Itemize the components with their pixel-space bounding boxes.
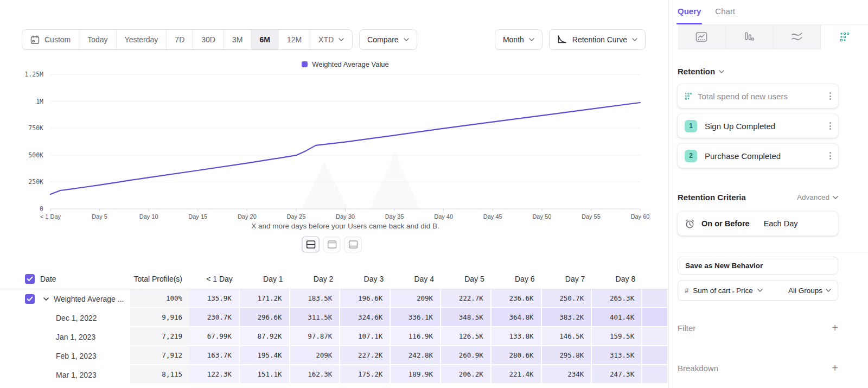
column-header--1-day: < 1 Day [189,269,240,289]
retention-section-header[interactable]: Retention [678,67,838,76]
value-cell-day-5: 222.7K [441,289,492,308]
insights-report-icon[interactable] [678,25,726,49]
date-range-xtd[interactable]: XTD [310,30,352,49]
criteria-condition-label: On or Before [701,219,750,228]
table-row[interactable]: Dec 1, 20229,916230.7K296.6K311.5K324.6K… [0,308,668,327]
behavior-card[interactable]: Total spend of new users [678,84,838,108]
table-row[interactable]: Jan 1, 20237,21967.99K87.92K97.87K107.1K… [0,327,668,346]
x-axis-tick-label: Day 20 [238,213,257,220]
chart-legend-item[interactable]: Weighted Average Value [50,60,640,68]
table-row[interactable]: Weighted Average ...100%135.9K171.2K183.… [0,289,668,308]
column-header-label: Day 6 [515,275,535,283]
value-cell-day-1: 171.2K [240,289,290,308]
table-row[interactable]: Feb 1, 20237,912163.7K195.4K209K227.2K24… [0,346,668,365]
row-checkbox-cell [0,327,39,346]
step-number-badge: 2 [685,150,697,162]
kebab-menu-icon[interactable] [829,122,831,130]
value-cell-day-7: 250.7K [542,289,592,308]
column-header-label: Day 4 [414,275,434,283]
value-cell-day-0: 163.7K [189,346,240,365]
add-filter-icon[interactable]: + [832,322,838,333]
view-toggle-table-only-icon[interactable] [344,237,362,252]
value-cell-cutoff [642,327,668,346]
flows-report-icon[interactable] [774,25,821,49]
column-header-label: Day 2 [314,275,334,283]
x-axis-tick-label: Day 25 [286,213,305,220]
watermark-triangle [370,152,420,209]
behavior-title: Total spend of new users [698,92,829,101]
column-header-label: Day 1 [263,275,283,283]
view-toggle-chart-only-icon[interactable] [323,237,341,252]
panel-tabs: Query Chart [669,0,868,24]
retention-curve-icon [557,35,567,44]
tab-query[interactable]: Query [678,7,701,24]
column-header-day-7: Day 7 [542,269,592,289]
date-range-3m[interactable]: 3M [224,30,251,49]
chevron-down-icon[interactable] [43,297,49,301]
value-cell-day-8: 313.5K [592,346,642,365]
kebab-menu-icon[interactable] [829,152,831,160]
row-label-cell: Jan 1, 2023 [39,327,130,346]
value-cell-cutoff [642,346,668,365]
select-all-checkbox[interactable] [25,274,35,284]
value-cell-day-2: 97.87K [290,327,341,346]
y-axis-tick-label: 250K [28,178,43,186]
value-cell-day-0: 135.9K [189,289,240,308]
date-range-7d[interactable]: 7D [167,30,193,49]
chart-type-button[interactable]: Retention Curve [549,29,646,50]
granularity-button[interactable]: Month [495,29,542,50]
value-cell-day-2: 183.5K [290,289,341,308]
step-row-1[interactable]: 1 Sign Up Completed [678,114,838,138]
advanced-dropdown[interactable]: Advanced [797,193,838,201]
step-number-badge: 1 [685,120,697,132]
row-checkbox[interactable] [25,294,35,304]
retention-report-icon[interactable] [821,25,868,49]
value-cell-day-2: 162.3K [290,365,341,384]
date-range-label: 30D [201,35,215,44]
date-range-label: 3M [232,35,242,44]
criteria-condition-card[interactable]: On or Before Each Day [678,212,838,236]
compare-button[interactable]: Compare [359,29,417,50]
column-header-label: Day 8 [616,275,636,283]
value-cell-day-3: 324.6K [340,308,391,327]
funnels-report-icon[interactable] [726,25,774,49]
row-checkbox-cell [0,346,39,365]
value-cell-cutoff [642,308,668,327]
tab-chart[interactable]: Chart [715,7,735,24]
value-cell-day-6: 280.6K [492,346,542,365]
value-cell-day-1: 87.92K [240,327,290,346]
all-groups-dropdown[interactable]: All Groups [788,287,831,295]
view-toggle-split-icon[interactable] [302,237,320,252]
step-row-2[interactable]: 2 Purchase Completed [678,144,838,168]
date-range-yesterday[interactable]: Yesterday [117,30,167,49]
value-cell-day-1: 151.1K [240,365,290,384]
date-range-30d[interactable]: 30D [193,30,224,49]
panel-content: Retention Total spend of new users 1 Sig… [669,67,868,373]
value-cell-day-8: 159.5K [592,327,642,346]
date-range-label: Today [87,35,107,44]
alarm-clock-icon [685,219,695,229]
column-header-label: Date [40,275,56,283]
measure-property-label: Sum of cart [693,287,730,295]
kebab-menu-icon[interactable] [829,92,831,100]
add-breakdown-icon[interactable]: + [832,362,838,373]
calendar-icon [30,35,40,44]
x-axis-tick-label: Day 45 [483,213,502,220]
table-row[interactable]: Mar 1, 20238,115122.3K151.1K162.3K175.2K… [0,365,668,384]
total-profiles-cell: 7,912 [130,346,189,365]
date-range-12m[interactable]: 12M [279,30,310,49]
date-range-label: 7D [175,35,184,44]
date-range-today[interactable]: Today [79,30,116,49]
value-cell-day-8: 247.3K [592,365,642,384]
column-header-label: Day 5 [464,275,484,283]
value-cell-day-4: 116.9K [391,327,441,346]
measure-property-dropdown[interactable]: Sum of cart ▸ Price [693,287,753,295]
date-range-custom[interactable]: Custom [22,30,79,49]
value-cell-day-7: 383.2K [542,308,592,327]
value-cell-day-4: 242.8K [391,346,441,365]
report-type-switcher [678,24,868,49]
date-range-6m[interactable]: 6M [251,30,278,49]
save-as-new-behavior-button[interactable]: Save as New Behavior [678,257,838,275]
query-builder-panel: Query Chart Retention [668,0,868,388]
x-axis-tick-label: Day 5 [92,213,107,220]
